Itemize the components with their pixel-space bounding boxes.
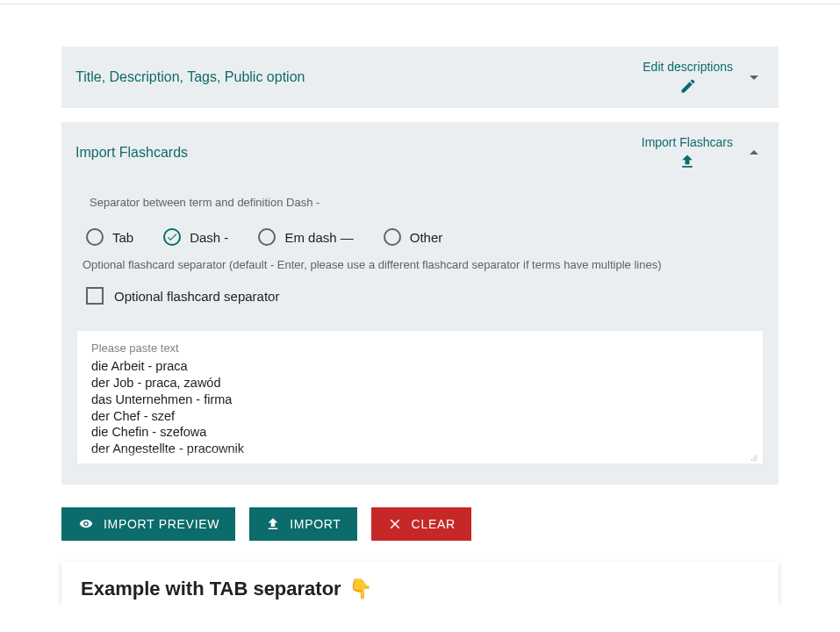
panel-import: Import Flashcards Import Flashcars Separ… <box>61 122 779 485</box>
import-actions-row: IMPORT PREVIEW IMPORT CLEAR <box>61 507 779 541</box>
import-button-label: IMPORT <box>290 517 341 531</box>
radio-emdash[interactable]: Em dash — <box>258 228 353 246</box>
radio-dash-label: Dash - <box>190 230 228 245</box>
radio-tab-label: Tab <box>112 230 133 245</box>
point-down-emoji-icon: 👇 <box>348 578 372 600</box>
radio-dash[interactable]: Dash - <box>163 228 228 246</box>
optional-separator-label: Optional flashcard separator <box>114 289 279 304</box>
import-preview-label: IMPORT PREVIEW <box>104 517 219 531</box>
clear-button[interactable]: CLEAR <box>371 507 471 541</box>
radio-other-label: Other <box>410 230 443 245</box>
clear-button-label: CLEAR <box>412 517 456 531</box>
edit-descriptions-label: Edit descriptions <box>643 60 733 74</box>
separator-radio-group: Tab Dash - Em dash — <box>77 228 763 246</box>
import-action[interactable]: Import Flashcars <box>642 135 733 170</box>
separator-section-label: Separator between term and definition Da… <box>77 196 763 209</box>
import-button[interactable]: IMPORT <box>249 507 356 541</box>
radio-circle-icon <box>163 228 181 246</box>
check-icon <box>166 231 178 243</box>
radio-circle-icon <box>258 228 276 246</box>
upload-icon <box>265 516 281 532</box>
panel-import-body: Separator between term and definition Da… <box>61 183 779 485</box>
checkbox-box-icon <box>86 287 104 305</box>
panel-descriptions-header[interactable]: Title, Description, Tags, Public option … <box>61 47 779 108</box>
resize-grip-icon[interactable] <box>745 449 757 462</box>
panel-import-title: Import Flashcards <box>75 145 642 161</box>
chevron-down-icon <box>743 67 765 88</box>
close-icon <box>387 516 403 532</box>
example-card: Example with TAB separator 👇 <box>61 562 779 604</box>
panel-descriptions-title: Title, Description, Tags, Public option <box>75 69 643 85</box>
example-title: Example with TAB separator <box>81 578 341 600</box>
radio-circle-icon <box>86 228 104 246</box>
upload-icon <box>678 153 696 170</box>
radio-circle-icon <box>384 228 401 246</box>
separator-hint: Optional flashcard separator (default - … <box>77 258 763 271</box>
edit-descriptions-action[interactable]: Edit descriptions <box>643 60 733 95</box>
radio-emdash-label: Em dash — <box>284 230 353 245</box>
paste-textarea[interactable]: Please paste text die Arbeit - praca der… <box>77 331 763 463</box>
radio-other[interactable]: Other <box>384 228 443 246</box>
panel-import-header[interactable]: Import Flashcards Import Flashcars <box>61 122 779 183</box>
import-preview-button[interactable]: IMPORT PREVIEW <box>61 507 235 541</box>
chevron-up-icon <box>743 142 765 163</box>
panel-descriptions: Title, Description, Tags, Public option … <box>61 47 779 108</box>
paste-textarea-label: Please paste text <box>91 341 749 355</box>
paste-textarea-content[interactable]: die Arbeit - praca der Job - praca, zawó… <box>91 358 749 456</box>
import-action-label: Import Flashcars <box>642 135 733 149</box>
radio-tab[interactable]: Tab <box>86 228 133 246</box>
pencil-icon <box>679 77 697 95</box>
optional-separator-checkbox[interactable]: Optional flashcard separator <box>77 287 763 305</box>
preview-icon <box>77 515 95 533</box>
